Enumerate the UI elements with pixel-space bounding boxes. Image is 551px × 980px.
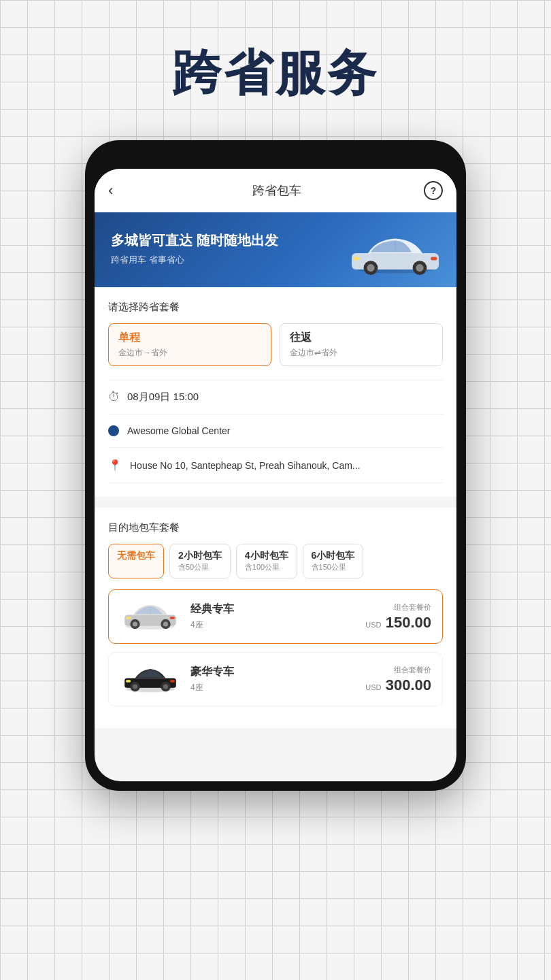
package-option-roundtrip[interactable]: 往返 金边市⇌省外 (280, 323, 443, 366)
car-amount-luxury: 300.00 (386, 676, 431, 693)
destination-location-text: House No 10, Santepheap St, Preah Sihano… (130, 460, 361, 471)
page-title: 跨省服务 (145, 0, 406, 140)
pkg-tab-none[interactable]: 无需包车 (108, 544, 164, 578)
car-price-label-classic: 组合套餐价 (365, 602, 431, 612)
car-card-luxury[interactable]: 豪华专车 4座 组合套餐价 USD 300.00 (108, 652, 443, 706)
time-row[interactable]: ⏱ 08月09日 15:00 (108, 380, 443, 414)
app-header: ‹ 跨省包车 ? (95, 169, 456, 212)
car-currency-luxury: USD (365, 683, 381, 691)
svg-point-24 (163, 684, 168, 689)
package-option-roundtrip-title: 往返 (290, 331, 433, 345)
package-option-roundtrip-sub: 金边市⇌省外 (290, 347, 433, 359)
banner-car-image (341, 226, 456, 287)
phone-notch (269, 150, 282, 163)
datetime-value: 08月09日 15:00 (127, 391, 199, 404)
header-title: 跨省包车 (252, 182, 301, 199)
svg-point-4 (367, 264, 374, 272)
car-seats-classic: 4座 (190, 619, 356, 631)
car-image-classic (120, 600, 181, 634)
origin-location-text: Awesome Global Center (127, 425, 230, 436)
pkg-tab-4h[interactable]: 4小时包车 含100公里 (236, 544, 297, 578)
svg-rect-17 (170, 617, 175, 619)
car-info-luxury: 豪华专车 4座 (190, 665, 356, 693)
phone-mockup: ‹ 跨省包车 ? 多城皆可直达 随时随地出发 跨省用车 省事省心 (85, 140, 466, 791)
car-price-value-luxury: USD 300.00 (365, 676, 431, 694)
pkg-tab-6h-sub: 含150公里 (312, 562, 355, 572)
section2-label: 目的地包车套餐 (108, 521, 443, 534)
package-option-oneway-title: 单程 (118, 331, 261, 345)
car-name-classic: 经典专车 (190, 602, 356, 617)
pkg-tab-2h-title: 2小时包车 (178, 550, 222, 562)
back-button[interactable]: ‹ (108, 182, 130, 199)
car-price-area-classic: 组合套餐价 USD 150.00 (365, 602, 431, 632)
car-amount-classic: 150.00 (386, 614, 431, 631)
section1-label: 请选择跨省套餐 (108, 301, 443, 314)
pkg-tab-4h-sub: 含100公里 (245, 562, 288, 572)
car-seats-luxury: 4座 (190, 682, 356, 693)
car-price-label-luxury: 组合套餐价 (365, 665, 431, 675)
car-card-classic[interactable]: 经典专车 4座 组合套餐价 USD 150.00 (108, 589, 443, 644)
svg-rect-7 (353, 257, 360, 261)
svg-point-13 (133, 621, 137, 626)
pkg-tab-4h-title: 4小时包车 (245, 550, 288, 562)
pkg-tab-6h-title: 6小时包车 (312, 550, 355, 562)
pkg-tab-2h[interactable]: 2小时包车 含50公里 (169, 544, 231, 578)
pkg-tab-none-title: 无需包车 (117, 550, 155, 562)
content-section1: 请选择跨省套餐 单程 金边市→省外 往返 金边市⇌省外 ⏱ 08月09日 15:… (95, 287, 456, 497)
svg-rect-8 (431, 257, 437, 261)
banner: 多城皆可直达 随时随地出发 跨省用车 省事省心 (95, 212, 456, 287)
pkg-tab-6h[interactable]: 6小时包车 含150公里 (303, 544, 364, 578)
origin-location-row[interactable]: Awesome Global Center (108, 414, 443, 448)
car-currency-classic: USD (365, 621, 381, 629)
car-image-luxury (120, 662, 181, 696)
car-price-area-luxury: 组合套餐价 USD 300.00 (365, 665, 431, 694)
help-button[interactable]: ? (424, 181, 443, 200)
car-name-luxury: 豪华专车 (190, 665, 356, 679)
clock-icon: ⏱ (108, 390, 120, 404)
destination-location-row[interactable]: 📍 House No 10, Santepheap St, Preah Siha… (108, 448, 443, 483)
phone-screen: ‹ 跨省包车 ? 多城皆可直达 随时随地出发 跨省用车 省事省心 (95, 169, 456, 781)
package-option-oneway-sub: 金边市→省外 (118, 347, 261, 359)
package-tabs: 无需包车 2小时包车 含50公里 4小时包车 含100公里 6小时包车 含150… (108, 544, 443, 578)
car-info-classic: 经典专车 4座 (190, 602, 356, 631)
car-price-value-classic: USD 150.00 (365, 614, 431, 632)
origin-dot-icon (108, 425, 119, 436)
package-section: 目的地包车套餐 无需包车 2小时包车 含50公里 4小时包车 含100公里 6小… (95, 508, 456, 728)
svg-point-6 (416, 264, 423, 272)
svg-rect-16 (126, 617, 131, 619)
package-options: 单程 金边市→省外 往返 金边市⇌省外 (108, 323, 443, 366)
svg-rect-25 (126, 680, 131, 683)
svg-point-22 (133, 684, 137, 689)
package-option-oneway[interactable]: 单程 金边市→省外 (108, 323, 271, 366)
destination-pin-icon: 📍 (108, 459, 122, 472)
svg-rect-26 (170, 680, 175, 683)
divider (95, 497, 456, 502)
svg-point-15 (163, 621, 168, 626)
pkg-tab-2h-sub: 含50公里 (178, 562, 222, 572)
